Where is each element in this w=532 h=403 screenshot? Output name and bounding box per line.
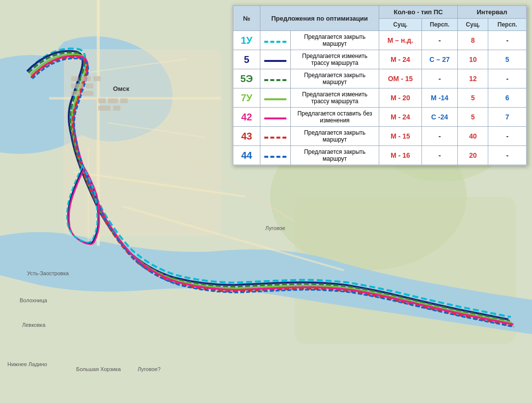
- cell-num-0: 1У: [233, 31, 260, 50]
- svg-rect-22: [93, 76, 101, 81]
- svg-rect-23: [71, 84, 84, 88]
- svg-rect-27: [98, 98, 106, 103]
- cell-line-1: [260, 50, 291, 69]
- cell-kol-persp-3: М -14: [421, 88, 457, 108]
- cell-int-persp-5: -: [488, 127, 527, 146]
- svg-rect-28: [108, 98, 118, 103]
- line-sample-1: [264, 59, 286, 62]
- subheader-sush1: Сущ.: [379, 19, 422, 31]
- svg-text:Усть-Заостровка: Усть-Заостровка: [27, 270, 69, 276]
- svg-rect-31: [113, 106, 120, 111]
- cell-num-6: 44: [233, 146, 260, 165]
- line-sample-0: [264, 40, 286, 43]
- cell-proposal-1: Предлагается изменить трассу маршрута: [291, 50, 379, 69]
- cell-kol-sush-5: М - 15: [379, 127, 422, 146]
- line-sample-5: [264, 136, 286, 139]
- cell-num-1: 5: [233, 50, 260, 69]
- svg-text:Нижнее Ладино: Нижнее Ладино: [7, 361, 47, 367]
- table-row: 5 Предлагается изменить трассу маршрута …: [233, 50, 527, 69]
- cell-int-sush-0: 8: [458, 31, 488, 50]
- cell-num-3: 7У: [233, 88, 260, 108]
- cell-int-persp-0: -: [488, 31, 527, 50]
- cell-proposal-5: Предлагается закрыть маршрут: [291, 127, 379, 146]
- cell-int-sush-3: 5: [458, 88, 488, 108]
- cell-kol-persp-2: -: [421, 69, 457, 88]
- table-row: 7У Предлагается изменить трассу маршрута…: [233, 88, 527, 108]
- routes-table: № Предложения по оптимизации Кол-во - ти…: [233, 5, 527, 165]
- cell-line-2: [260, 69, 291, 88]
- table-row: 5Э Предлагается закрыть маршрут ОМ - 15 …: [233, 69, 527, 88]
- cell-num-2: 5Э: [233, 69, 260, 88]
- col-header-num: №: [233, 6, 260, 31]
- cell-proposal-3: Предлагается изменить трассу маршрута: [291, 88, 379, 108]
- cell-num-5: 43: [233, 127, 260, 146]
- cell-int-sush-1: 10: [458, 50, 488, 69]
- svg-rect-21: [81, 76, 91, 81]
- svg-rect-25: [71, 91, 80, 96]
- data-table: № Предложения по оптимизации Кол-во - ти…: [232, 5, 527, 166]
- svg-rect-24: [86, 84, 93, 88]
- cell-int-sush-4: 5: [458, 108, 488, 127]
- cell-kol-sush-1: М - 24: [379, 50, 422, 69]
- line-sample-4: [264, 116, 286, 119]
- cell-int-sush-6: 20: [458, 146, 488, 165]
- svg-text:Луговое: Луговое: [265, 225, 285, 231]
- cell-int-persp-6: -: [488, 146, 527, 165]
- cell-int-sush-5: 40: [458, 127, 488, 146]
- cell-num-4: 42: [233, 108, 260, 127]
- subheader-sush2: Сущ.: [458, 19, 488, 31]
- cell-int-persp-3: 6: [488, 88, 527, 108]
- cell-kol-persp-6: -: [421, 146, 457, 165]
- cell-kol-persp-4: С -24: [421, 108, 457, 127]
- svg-text:Луговое?: Луговое?: [138, 366, 161, 372]
- cell-line-5: [260, 127, 291, 146]
- col-header-kol: Кол-во - тип ПС: [379, 6, 458, 19]
- table-row: 44 Предлагается закрыть маршрут М - 16 -…: [233, 146, 527, 165]
- table-row: 42 Предлагается оставить без изменения М…: [233, 108, 527, 127]
- cell-int-persp-1: 5: [488, 50, 527, 69]
- cell-line-0: [260, 31, 291, 50]
- cell-line-4: [260, 108, 291, 127]
- cell-kol-sush-3: М - 20: [379, 88, 422, 108]
- cell-kol-sush-6: М - 16: [379, 146, 422, 165]
- line-sample-2: [264, 78, 286, 81]
- cell-proposal-4: Предлагается оставить без изменения: [291, 108, 379, 127]
- cell-proposal-6: Предлагается закрыть маршрут: [291, 146, 379, 165]
- line-sample-3: [264, 97, 286, 100]
- svg-text:Омск: Омск: [113, 85, 130, 92]
- svg-rect-20: [71, 76, 79, 81]
- subheader-persp1: Персп.: [421, 19, 457, 31]
- cell-kol-sush-4: М - 24: [379, 108, 422, 127]
- cell-kol-sush-2: ОМ - 15: [379, 69, 422, 88]
- subheader-persp2: Персп.: [488, 19, 527, 31]
- cell-kol-persp-1: С – 27: [421, 50, 457, 69]
- line-sample-6: [264, 155, 286, 158]
- cell-int-persp-2: -: [488, 69, 527, 88]
- cell-int-sush-2: 12: [458, 69, 488, 88]
- col-header-proposal: Предложения по оптимизации: [260, 6, 379, 31]
- svg-text:Левковка: Левковка: [22, 322, 46, 328]
- cell-proposal-0: Предлагается закрыть маршрут: [291, 31, 379, 50]
- svg-rect-29: [120, 98, 128, 103]
- cell-line-3: [260, 88, 291, 108]
- cell-kol-persp-5: -: [421, 127, 457, 146]
- cell-int-persp-4: 7: [488, 108, 527, 127]
- cell-proposal-2: Предлагается закрыть маршрут: [291, 69, 379, 88]
- svg-text:Волохница: Волохница: [20, 297, 48, 303]
- svg-text:Большая Хорзика: Большая Хорзика: [76, 366, 121, 372]
- cell-line-6: [260, 146, 291, 165]
- table-row: 43 Предлагается закрыть маршрут М - 15 -…: [233, 127, 527, 146]
- table-row: 1У Предлагается закрыть маршрут М – н.д.…: [233, 31, 527, 50]
- cell-kol-sush-0: М – н.д.: [379, 31, 422, 50]
- cell-kol-persp-0: -: [421, 31, 457, 50]
- svg-rect-30: [98, 106, 111, 111]
- svg-rect-26: [83, 91, 93, 96]
- col-header-interval: Интервал: [458, 6, 527, 19]
